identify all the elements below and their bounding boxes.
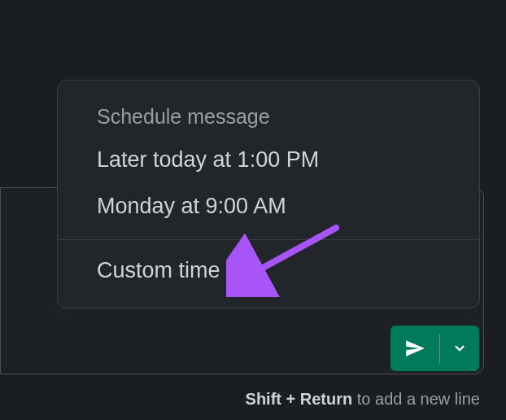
hint-shortcut: Shift + Return — [246, 390, 353, 408]
popover-header: Schedule message — [58, 81, 479, 137]
schedule-message-popover: Schedule message Later today at 1:00 PM … — [57, 80, 480, 308]
send-icon — [404, 338, 425, 359]
hint-description: to add a new line — [352, 390, 480, 408]
keyboard-hint: Shift + Return to add a new line — [246, 390, 480, 409]
schedule-option-custom-time[interactable]: Custom time — [58, 240, 479, 308]
schedule-option-later-today[interactable]: Later today at 1:00 PM — [58, 137, 479, 183]
send-options-chevron[interactable] — [440, 326, 479, 371]
chevron-down-icon — [452, 341, 467, 356]
send-button[interactable] — [390, 326, 439, 371]
schedule-option-monday[interactable]: Monday at 9:00 AM — [58, 183, 479, 230]
send-button-group — [390, 326, 479, 371]
